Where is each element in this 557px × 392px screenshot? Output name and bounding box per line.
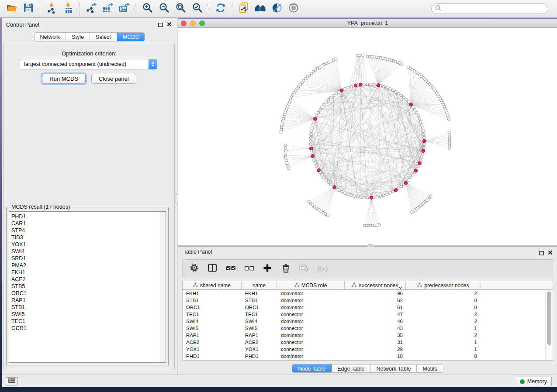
mcds-result-item[interactable]: RAP1 <box>9 297 166 304</box>
mcds-result-item[interactable]: YOX1 <box>9 241 166 248</box>
table-cell[interactable]: SWI4 <box>183 318 242 325</box>
table-cell[interactable]: dominator <box>277 290 345 297</box>
delete-columns-button[interactable] <box>280 264 291 274</box>
network-node[interactable] <box>317 111 319 114</box>
table-cell[interactable]: ORC1 <box>242 304 277 311</box>
network-node[interactable] <box>363 83 365 86</box>
zoom-in-button[interactable] <box>139 1 156 16</box>
table-scrollbar-thumb[interactable] <box>547 292 551 345</box>
network-node[interactable] <box>315 114 318 117</box>
network-node[interactable] <box>332 94 335 97</box>
mcds-result-item[interactable]: ORC1 <box>9 290 166 297</box>
mcds-result-item[interactable]: STB1 <box>9 304 166 311</box>
table-cell[interactable]: 61 <box>345 304 406 311</box>
hide-graphics-button[interactable] <box>269 1 285 16</box>
network-node[interactable] <box>421 127 424 129</box>
network-node[interactable] <box>415 111 418 114</box>
network-node[interactable] <box>366 83 369 86</box>
network-node[interactable] <box>309 136 312 139</box>
tab-node-table[interactable]: Node Table <box>292 364 332 372</box>
network-node[interactable] <box>423 143 426 145</box>
network-node[interactable] <box>409 176 412 179</box>
network-node[interactable] <box>420 156 423 158</box>
mcds-hub-node[interactable] <box>409 103 413 107</box>
table-cell[interactable]: 2 <box>406 318 481 325</box>
table-row[interactable]: PHD1PHD1dominator180 <box>183 353 553 360</box>
network-node[interactable] <box>412 174 414 176</box>
mcds-result-item[interactable]: STP4 <box>9 227 166 234</box>
network-node[interactable] <box>422 133 425 136</box>
network-node[interactable] <box>414 108 416 111</box>
minimize-window-button[interactable] <box>190 21 196 26</box>
table-cell[interactable]: 29 <box>345 346 406 353</box>
network-node[interactable] <box>400 94 403 97</box>
mcds-hub-node[interactable] <box>311 155 315 158</box>
table-row[interactable]: SWI4SWI4dominator462 <box>183 318 553 325</box>
close-icon[interactable] <box>548 249 553 257</box>
network-node[interactable] <box>286 162 288 165</box>
table-row[interactable]: TEC1TEC1connector472 <box>183 311 553 318</box>
table-cell[interactable]: connector <box>277 339 345 346</box>
mcds-hub-node[interactable] <box>370 196 373 199</box>
table-cell[interactable]: dominator <box>277 318 345 325</box>
network-node[interactable] <box>341 190 343 193</box>
network-node[interactable] <box>356 54 359 57</box>
network-node[interactable] <box>418 117 421 120</box>
add-column-button[interactable] <box>262 264 273 274</box>
column-header-name[interactable]: name <box>242 281 277 289</box>
table-cell[interactable]: 1 <box>406 325 481 332</box>
mcds-hub-node[interactable] <box>422 149 425 153</box>
float-window-icon[interactable] <box>539 249 544 257</box>
network-node[interactable] <box>321 106 323 108</box>
network-node[interactable] <box>391 89 394 92</box>
mcds-hub-node[interactable] <box>309 147 313 150</box>
mcds-result-item[interactable]: FKH1 <box>9 269 166 276</box>
network-node[interactable] <box>315 165 318 168</box>
network-node[interactable] <box>362 54 364 56</box>
network-node[interactable] <box>327 98 330 101</box>
mcds-hub-node[interactable] <box>317 168 321 172</box>
table-cell[interactable]: dominator <box>277 304 345 311</box>
mcds-result-item[interactable]: PHD1 <box>9 212 166 220</box>
mcds-hub-node[interactable] <box>313 117 317 120</box>
table-cell[interactable]: 46 <box>345 318 406 325</box>
mcds-result-item[interactable]: PMA2 <box>9 262 166 269</box>
network-node[interactable] <box>421 153 424 155</box>
import-network-button[interactable] <box>43 1 60 16</box>
table-row[interactable]: ACE2ACE2connector311 <box>183 339 553 346</box>
network-node[interactable] <box>309 140 312 142</box>
mcds-result-list[interactable]: PHD1CAR1STP4TID3YOX1SWI4SRD1PMA2FKH1ACE2… <box>9 211 166 363</box>
network-node[interactable] <box>448 131 450 134</box>
table-cell[interactable]: 0 <box>406 297 481 304</box>
table-cell[interactable]: SWI5 <box>183 325 242 332</box>
table-cell[interactable]: 96 <box>345 290 406 297</box>
network-node[interactable] <box>405 98 408 101</box>
network-node[interactable] <box>417 165 419 168</box>
table-row[interactable]: RAP1RAP1dominator352 <box>183 332 553 339</box>
network-node[interactable] <box>311 127 313 129</box>
network-node[interactable] <box>397 92 400 95</box>
table-cell[interactable]: PHD1 <box>183 353 242 360</box>
show-columns-button[interactable] <box>207 264 218 274</box>
table-row[interactable]: FKH1FKH1dominator962 <box>183 290 553 297</box>
table-cell[interactable]: STB1 <box>183 297 242 304</box>
network-node[interactable] <box>284 150 287 152</box>
table-cell[interactable]: FKH1 <box>242 290 277 297</box>
network-node[interactable] <box>369 83 372 86</box>
table-cell[interactable]: 62 <box>345 297 406 304</box>
network-node[interactable] <box>329 96 332 99</box>
mcds-hub-node[interactable] <box>354 84 357 87</box>
mcds-result-item[interactable]: CAR1 <box>9 220 166 227</box>
close-window-button[interactable] <box>181 21 187 26</box>
network-node[interactable] <box>350 194 353 196</box>
mcds-list-scrollbar[interactable] <box>160 212 166 362</box>
network-node[interactable] <box>353 195 356 197</box>
mcds-hub-node[interactable] <box>359 83 362 86</box>
table-cell[interactable]: connector <box>277 311 345 318</box>
mcds-hub-node[interactable] <box>422 139 426 143</box>
mcds-hub-node[interactable] <box>377 83 380 87</box>
table-cell[interactable]: ORC1 <box>183 304 242 311</box>
table-cell[interactable]: 1 <box>406 346 481 353</box>
mcds-hub-node[interactable] <box>394 189 398 192</box>
table-cell[interactable]: 2 <box>406 290 481 297</box>
